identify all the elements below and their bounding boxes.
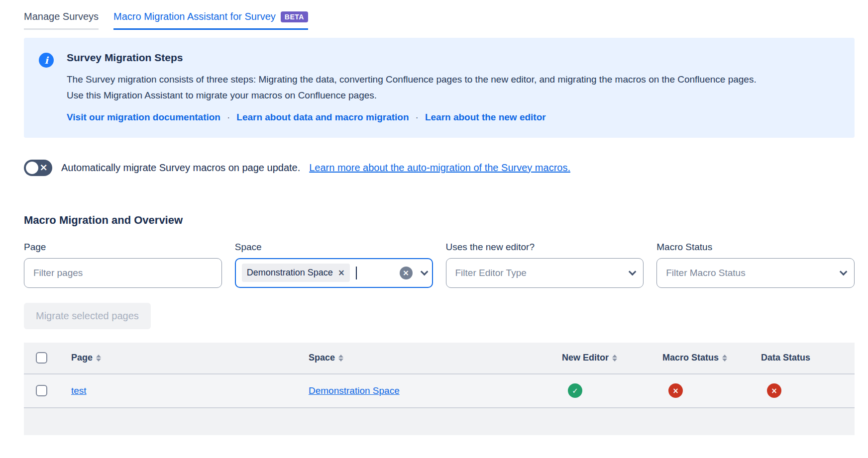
auto-migrate-row: × Automatically migrate Survey macros on… — [24, 160, 855, 176]
data-status-error-icon: × — [767, 383, 781, 398]
tab-macro-migration-assistant[interactable]: Macro Migration Assistant for Survey BET… — [113, 11, 308, 30]
info-panel-content: Survey Migration Steps The Survey migrat… — [67, 52, 773, 123]
link-separator: · — [227, 112, 230, 123]
info-panel-links: Visit our migration documentation · Lear… — [67, 112, 773, 123]
text-caret — [356, 267, 357, 279]
filter-macro-status-label: Macro Status — [656, 242, 855, 253]
migrate-selected-pages-button[interactable]: Migrate selected pages — [24, 303, 151, 329]
row-checkbox[interactable] — [36, 385, 47, 396]
filter-macro-status: Macro Status Filter Macro Status — [656, 242, 855, 288]
beta-badge: BETA — [281, 11, 308, 22]
editor-type-placeholder: Filter Editor Type — [455, 268, 621, 278]
macro-status-error-icon: × — [668, 383, 683, 398]
filter-editor: Uses the new editor? Filter Editor Type — [446, 242, 644, 288]
space-chip-label: Demonstration Space — [247, 268, 333, 278]
data-macro-migration-link[interactable]: Learn about data and macro migration — [236, 112, 409, 123]
macro-status-select[interactable]: Filter Macro Status — [656, 258, 855, 288]
chip-remove-icon[interactable]: × — [338, 269, 345, 277]
section-title: Macro Migration and Overview — [24, 214, 855, 227]
filter-space-label: Space — [235, 242, 433, 253]
survey-migration-info-panel: i Survey Migration Steps The Survey migr… — [24, 38, 855, 138]
column-header-data-status: Data Status — [761, 353, 810, 363]
auto-migrate-toggle[interactable]: × — [24, 160, 52, 176]
sort-icon — [96, 355, 101, 362]
migration-documentation-link[interactable]: Visit our migration documentation — [67, 112, 220, 123]
toggle-knob — [26, 162, 38, 174]
page-link[interactable]: test — [71, 385, 87, 396]
editor-type-select[interactable]: Filter Editor Type — [446, 258, 644, 288]
clear-all-icon[interactable]: × — [400, 267, 413, 279]
sort-icon — [338, 355, 343, 362]
info-icon: i — [39, 53, 54, 68]
column-header-macro-status[interactable]: Macro Status — [662, 353, 727, 363]
table-footer-spacer — [24, 408, 855, 435]
filter-page-label: Page — [24, 242, 222, 253]
chevron-down-icon — [840, 268, 848, 276]
tab-bar: Manage Surveys Macro Migration Assistant… — [24, 11, 855, 30]
info-panel-title: Survey Migration Steps — [67, 52, 773, 64]
space-link[interactable]: Demonstration Space — [309, 385, 400, 396]
space-chip: Demonstration Space × — [242, 264, 350, 282]
select-all-checkbox[interactable] — [36, 352, 47, 364]
tab-label: Macro Migration Assistant for Survey — [113, 11, 276, 22]
new-editor-success-icon: ✓ — [568, 383, 582, 398]
info-panel-body: The Survey migration consists of three s… — [67, 72, 773, 103]
migration-table: Page Space New Editor Macro Status — [24, 343, 855, 435]
sort-icon — [722, 355, 727, 362]
page-filter-input[interactable] — [33, 259, 213, 287]
auto-migrate-text: Automatically migrate Survey macros on p… — [61, 162, 300, 174]
chevron-down-icon[interactable] — [420, 268, 428, 276]
page: Manage Surveys Macro Migration Assistant… — [0, 0, 868, 435]
column-header-page[interactable]: Page — [71, 353, 101, 363]
table-header-row: Page Space New Editor Macro Status — [24, 343, 855, 374]
auto-migration-learn-more-link[interactable]: Learn more about the auto-migration of t… — [309, 162, 570, 174]
chevron-down-icon — [629, 268, 637, 276]
column-header-new-editor[interactable]: New Editor — [562, 353, 617, 363]
column-header-space[interactable]: Space — [309, 353, 343, 363]
filter-editor-label: Uses the new editor? — [446, 242, 644, 253]
filter-page-control — [24, 258, 222, 288]
filter-space: Space Demonstration Space × × — [235, 242, 433, 288]
filter-bar: Page Space Demonstration Space × × Uses … — [24, 242, 855, 288]
space-filter-select[interactable]: Demonstration Space × × — [235, 258, 433, 288]
new-editor-link[interactable]: Learn about the new editor — [425, 112, 546, 123]
filter-page: Page — [24, 242, 222, 288]
tab-label: Manage Surveys — [24, 11, 99, 22]
toggle-off-x-icon: × — [39, 161, 48, 173]
table-row: test Demonstration Space ✓ × × — [24, 374, 855, 408]
sort-icon — [612, 355, 617, 362]
tab-manage-surveys[interactable]: Manage Surveys — [24, 11, 99, 30]
link-separator: · — [416, 112, 419, 123]
macro-status-placeholder: Filter Macro Status — [666, 268, 832, 278]
